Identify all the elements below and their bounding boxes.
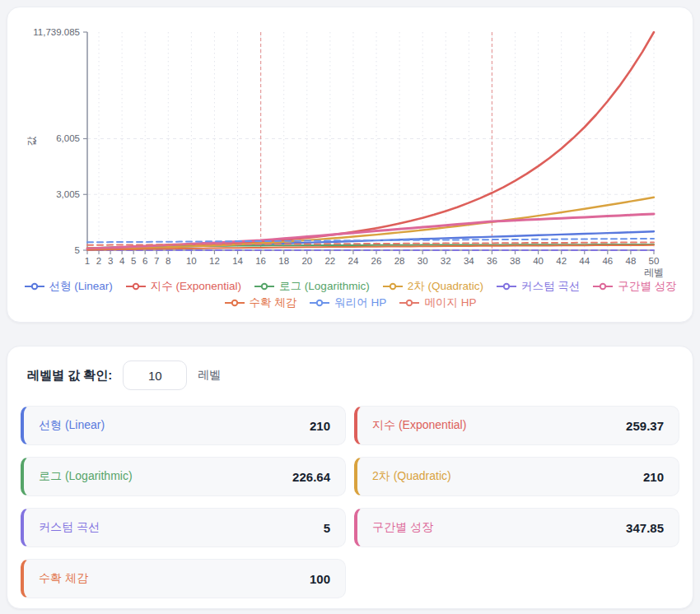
legend-item-logarithmic[interactable]: 로그 (Logarithmic)	[254, 279, 370, 294]
x-axis-tick-label: 1	[85, 256, 90, 266]
x-axis-tick-label: 46	[602, 256, 613, 266]
y-axis-title: 값	[26, 137, 37, 147]
level-checker-label: 레벨별 값 확인:	[27, 368, 112, 384]
legend-marker-icon	[592, 281, 614, 291]
chart-legend: 선형 (Linear)지수 (Exponential)로그 (Logarithm…	[7, 279, 693, 310]
growth-curve-chart-card: 53,0056,00511,739.0851234567810121416182…	[7, 7, 693, 323]
legend-marker-icon	[309, 298, 330, 308]
legend-marker-icon	[399, 298, 420, 308]
series-line-piecewise	[87, 214, 654, 249]
legend-item-diminishing[interactable]: 수확 체감	[224, 295, 297, 310]
legend-item-label: 수확 체감	[250, 295, 297, 310]
result-card-value: 5	[324, 521, 330, 535]
x-axis-tick-label: 34	[464, 256, 474, 266]
result-card-value: 100	[310, 572, 330, 586]
legend-item-label: 로그 (Logarithmic)	[279, 279, 370, 294]
x-axis-tick-label: 28	[394, 256, 405, 266]
result-card-name: 지수 (Exponential)	[372, 418, 466, 433]
legend-item-custom[interactable]: 커스텀 곡선	[496, 279, 580, 294]
legend-row-2: 수확 체감워리어 HP메이지 HP	[224, 295, 477, 310]
legend-marker-icon	[125, 281, 147, 291]
x-axis-tick-label: 14	[232, 256, 243, 266]
result-card-logarithmic: 로그 (Logarithmic)226.64	[21, 457, 346, 496]
x-axis-tick-label: 2	[96, 256, 101, 266]
x-axis-tick-label: 6	[142, 256, 147, 266]
x-axis-tick-label: 50	[649, 256, 660, 266]
legend-item-quadratic[interactable]: 2차 (Quadratic)	[382, 279, 483, 294]
legend-item-label: 2차 (Quadratic)	[408, 279, 483, 294]
legend-marker-icon	[224, 298, 245, 308]
y-axis-tick-label: 11,739.085	[33, 27, 80, 37]
legend-row-1: 선형 (Linear)지수 (Exponential)로그 (Logarithm…	[24, 279, 677, 294]
result-card-value: 259.37	[626, 419, 664, 433]
x-axis-tick-label: 30	[418, 256, 428, 266]
level-checker-row: 레벨별 값 확인: 레벨	[27, 360, 679, 390]
y-axis-tick-label: 3,005	[56, 189, 80, 199]
result-card-value: 347.85	[626, 521, 664, 535]
level-checker-panel: 레벨별 값 확인: 레벨 선형 (Linear)210지수 (Exponenti…	[7, 346, 693, 609]
x-axis-tick-label: 16	[255, 256, 266, 266]
x-axis-tick-label: 24	[348, 256, 359, 266]
legend-item-label: 지수 (Exponential)	[151, 279, 241, 294]
result-card-name: 2차 (Quadratic)	[372, 469, 451, 484]
x-axis-tick-label: 32	[441, 256, 451, 266]
legend-item-piecewise[interactable]: 구간별 성장	[592, 279, 676, 294]
x-axis-tick-label: 10	[186, 256, 197, 266]
x-axis-tick-label: 40	[533, 256, 544, 266]
result-card-name: 로그 (Logarithmic)	[39, 469, 133, 484]
legend-marker-icon	[24, 281, 45, 291]
result-card-quadratic: 2차 (Quadratic)210	[354, 457, 679, 496]
x-axis-tick-label: 38	[510, 256, 520, 266]
legend-item-label: 메이지 HP	[424, 295, 476, 310]
legend-item-label: 커스텀 곡선	[521, 279, 580, 294]
y-axis-tick-label: 5	[75, 245, 80, 255]
legend-item-label: 구간별 성장	[618, 279, 676, 294]
x-axis-title: 레벨	[644, 267, 664, 278]
result-card-custom: 커스텀 곡선5	[21, 508, 346, 547]
legend-marker-icon	[382, 281, 404, 291]
results-grid: 선형 (Linear)210지수 (Exponential)259.37로그 (…	[21, 406, 679, 598]
legend-item-linear[interactable]: 선형 (Linear)	[24, 279, 113, 294]
result-card-linear: 선형 (Linear)210	[21, 406, 346, 445]
level-input[interactable]	[123, 360, 187, 390]
x-axis-tick-label: 8	[166, 256, 170, 266]
legend-item-label: 워리어 HP	[334, 295, 386, 310]
result-card-value: 210	[310, 419, 330, 433]
x-axis-tick-label: 20	[301, 256, 312, 266]
result-card-value: 226.64	[292, 470, 330, 484]
result-card-diminishing: 수확 체감100	[21, 559, 346, 598]
legend-item-mage-hp[interactable]: 메이지 HP	[399, 295, 476, 310]
x-axis-tick-label: 44	[579, 256, 590, 266]
legend-item-warrior-hp[interactable]: 워리어 HP	[309, 295, 386, 310]
legend-marker-icon	[496, 281, 517, 291]
growth-curves-chart[interactable]: 53,0056,00511,739.0851234567810121416182…	[7, 7, 691, 282]
x-axis-tick-label: 48	[626, 256, 637, 266]
y-axis-tick-label: 6,005	[56, 133, 80, 143]
x-axis-tick-label: 12	[209, 256, 220, 266]
x-axis-tick-label: 36	[487, 256, 497, 266]
series-line-exponential	[87, 32, 654, 249]
result-card-name: 커스텀 곡선	[39, 520, 100, 535]
result-card-exponential: 지수 (Exponential)259.37	[354, 406, 679, 445]
x-axis-tick-label: 5	[131, 256, 136, 266]
result-card-value: 210	[643, 470, 664, 484]
x-axis-tick-label: 3	[108, 256, 113, 266]
result-card-piecewise: 구간별 성장347.85	[354, 508, 679, 547]
legend-item-exponential[interactable]: 지수 (Exponential)	[125, 279, 241, 294]
x-axis-tick-label: 22	[324, 256, 335, 266]
result-card-name: 구간별 성장	[372, 520, 433, 535]
legend-marker-icon	[254, 281, 275, 291]
level-unit-label: 레벨	[198, 368, 221, 383]
x-axis-tick-label: 26	[371, 256, 382, 266]
x-axis-tick-label: 4	[119, 256, 125, 266]
x-axis-tick-label: 7	[154, 256, 159, 266]
result-card-name: 선형 (Linear)	[39, 418, 105, 433]
legend-item-label: 선형 (Linear)	[49, 279, 113, 294]
x-axis-tick-label: 42	[556, 256, 567, 266]
x-axis-tick-label: 18	[278, 256, 289, 266]
result-card-name: 수확 체감	[39, 571, 88, 586]
